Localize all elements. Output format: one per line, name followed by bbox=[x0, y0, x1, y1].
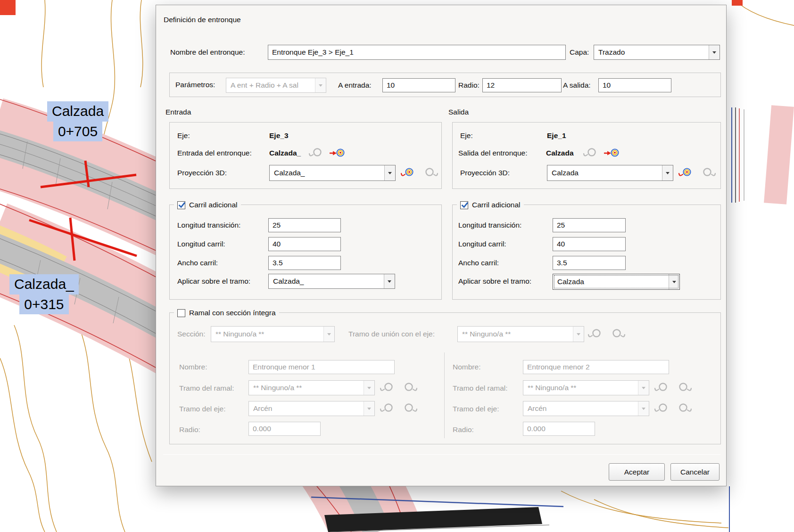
ramal-checkbox[interactable] bbox=[177, 309, 185, 317]
entrada-aplicar-tramo-value: Calzada_ bbox=[269, 274, 384, 288]
minor2-tramo-ramal-label: Tramo del ramal: bbox=[453, 381, 508, 395]
column-divider bbox=[444, 352, 445, 438]
capa-value: Trazado bbox=[594, 45, 709, 59]
ramal-groupbox: Ramal con sección íntegra Sección: ** Ni… bbox=[169, 312, 721, 444]
apply-label: Aplicar sobre el tramo: bbox=[177, 274, 250, 288]
chevron-down-icon bbox=[315, 78, 326, 92]
unhighlight-icon[interactable] bbox=[422, 167, 438, 179]
minor2-tramo-eje-dropdown: Arcén bbox=[523, 401, 649, 416]
a-salida-input[interactable] bbox=[598, 78, 671, 92]
a-entrada-input[interactable] bbox=[382, 78, 455, 92]
station-label-line: 0+315 bbox=[19, 295, 68, 315]
highlight-on-screen-icon bbox=[654, 402, 670, 415]
salida-tramo-label: Salida del entronque: bbox=[458, 146, 528, 160]
highlight-on-screen-icon[interactable] bbox=[400, 167, 416, 179]
minor1-tramo-ramal-dropdown: ** Ninguno/a ** bbox=[248, 380, 375, 395]
seccion-dropdown: ** Ninguno/a ** bbox=[211, 326, 335, 342]
minor2-nombre-input bbox=[523, 360, 669, 374]
minor2-radio-label: Radio: bbox=[453, 423, 474, 437]
dialog-title: Definición de entronque bbox=[164, 13, 241, 27]
parametros-dropdown: A ent + Radio + A sal bbox=[226, 78, 326, 93]
entrada-proyeccion-label: Proyección 3D: bbox=[177, 166, 227, 180]
station-label-line: 0+705 bbox=[53, 122, 102, 142]
seccion-value: ** Ninguno/a ** bbox=[211, 327, 323, 342]
entrada-eje-label: Eje: bbox=[177, 129, 190, 143]
entrada-tramo-label: Entrada del entronque: bbox=[177, 146, 252, 160]
entrada-proyeccion-dropdown[interactable]: Calzada_ bbox=[269, 165, 396, 181]
chevron-down-icon[interactable] bbox=[662, 165, 673, 180]
entrada-longitud-transicion-input[interactable] bbox=[268, 218, 341, 232]
entrada-carril-checkbox[interactable] bbox=[177, 201, 185, 209]
parametros-label: Parámetros: bbox=[175, 78, 215, 92]
clear-selection-icon[interactable] bbox=[583, 147, 599, 159]
aceptar-button[interactable]: Aceptar bbox=[609, 463, 665, 481]
lt-label: Longitud transición: bbox=[177, 218, 240, 232]
salida-longitud-transicion-input[interactable] bbox=[553, 218, 626, 232]
entrada-carril-legend-text: Carril adicional bbox=[189, 201, 238, 209]
aw-label: Ancho carril: bbox=[177, 256, 218, 270]
lc-label: Longitud carril: bbox=[177, 237, 225, 251]
unhighlight-icon bbox=[610, 328, 626, 340]
footer-separator bbox=[163, 454, 720, 455]
minor2-radio-input bbox=[523, 422, 595, 436]
entrada-ancho-carril-input[interactable] bbox=[268, 256, 341, 270]
highlight-on-screen-icon bbox=[380, 382, 396, 394]
unhighlight-icon bbox=[402, 382, 418, 394]
chevron-down-icon[interactable] bbox=[384, 274, 395, 288]
minor1-tramo-eje-dropdown: Arcén bbox=[248, 401, 375, 416]
salida-aplicar-tramo-value: Calzada bbox=[553, 274, 669, 289]
radio-input[interactable] bbox=[482, 78, 562, 92]
salida-aplicar-tramo-dropdown[interactable]: Calzada bbox=[553, 274, 680, 290]
salida-eje-label: Eje: bbox=[460, 129, 473, 143]
pick-on-screen-icon[interactable] bbox=[329, 147, 345, 159]
unhighlight-icon[interactable] bbox=[700, 167, 716, 179]
origin-marker bbox=[0, 0, 16, 15]
chevron-down-icon bbox=[638, 401, 649, 416]
tramo-union-dropdown: ** Ninguno/a ** bbox=[457, 326, 584, 342]
salida-carril-checkbox[interactable] bbox=[460, 201, 468, 209]
salida-proyeccion-dropdown[interactable]: Calzada bbox=[547, 165, 673, 181]
salida-carril-legend: Carril adicional bbox=[457, 199, 524, 211]
minor1-radio-label: Radio: bbox=[179, 423, 200, 437]
highlight-on-screen-icon[interactable] bbox=[678, 167, 694, 179]
a-salida-label: A salida: bbox=[563, 78, 591, 92]
chevron-down-icon bbox=[573, 327, 584, 342]
station-label-line: Calzada bbox=[47, 101, 108, 122]
salida-ancho-carril-input[interactable] bbox=[553, 256, 626, 270]
chevron-down-icon bbox=[638, 381, 649, 395]
tramo-union-value: ** Ninguno/a ** bbox=[458, 327, 573, 342]
ramal-legend-text: Ramal con sección íntegra bbox=[189, 309, 276, 317]
clear-selection-icon[interactable] bbox=[308, 147, 324, 159]
cancelar-button[interactable]: Cancelar bbox=[670, 463, 720, 481]
definicion-entronque-dialog: Definición de entronque Nombre del entro… bbox=[156, 5, 727, 486]
entronque-name-input[interactable] bbox=[268, 45, 566, 60]
salida-longitud-carril-input[interactable] bbox=[553, 237, 626, 251]
unhighlight-icon bbox=[402, 402, 418, 415]
minor1-tramo-eje-value: Arcén bbox=[249, 401, 364, 416]
entrada-heading: Entrada bbox=[165, 105, 191, 119]
apply-label: Aplicar sobre el tramo: bbox=[458, 274, 531, 288]
minor1-nombre-input bbox=[248, 360, 395, 374]
unhighlight-icon bbox=[676, 382, 692, 394]
chevron-down-icon[interactable] bbox=[709, 45, 720, 59]
station-label-line: Calzada_ bbox=[9, 274, 79, 295]
chevron-down-icon bbox=[364, 401, 374, 416]
chevron-down-icon bbox=[323, 327, 334, 342]
minor2-tramo-ramal-value: ** Ninguno/a ** bbox=[523, 381, 638, 395]
minor1-radio-input bbox=[248, 422, 321, 436]
chevron-down-icon[interactable] bbox=[669, 274, 679, 289]
application-window: Calzada 0+705 Calzada_ 0+315 Definición … bbox=[0, 0, 794, 532]
entrada-longitud-carril-input[interactable] bbox=[268, 237, 341, 251]
capa-label: Capa: bbox=[570, 45, 589, 59]
entrada-carril-legend: Carril adicional bbox=[174, 199, 241, 211]
minor2-nombre-label: Nombre: bbox=[453, 360, 480, 374]
entrada-proyeccion-value: Calzada_ bbox=[270, 165, 384, 180]
pick-on-screen-icon[interactable] bbox=[604, 147, 620, 159]
salida-tramo-value: Calzada bbox=[546, 146, 574, 160]
capa-dropdown[interactable]: Trazado bbox=[594, 45, 720, 60]
seccion-label: Sección: bbox=[177, 327, 205, 341]
entrada-aplicar-tramo-dropdown[interactable]: Calzada_ bbox=[268, 274, 395, 289]
entrada-carril-groupbox: Carril adicional Longitud transición: Lo… bbox=[169, 205, 442, 300]
salida-groupbox: Eje: Eje_1 Salida del entronque: Calzada… bbox=[452, 122, 721, 189]
chevron-down-icon[interactable] bbox=[384, 165, 395, 180]
